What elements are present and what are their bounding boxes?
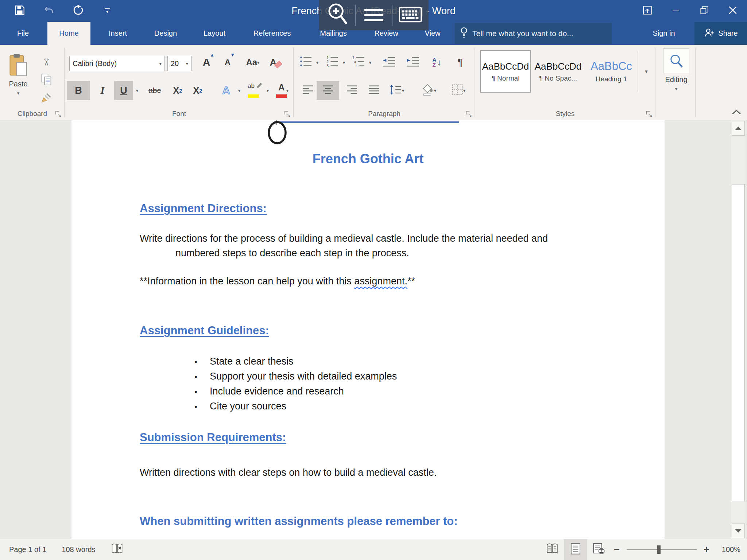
format-painter-button[interactable] [38, 91, 55, 106]
text-effects-button[interactable]: A [217, 81, 235, 100]
borders-button[interactable]: ▾ [447, 81, 470, 100]
multilevel-list-icon: 1ai [352, 56, 365, 69]
increase-indent-button[interactable] [403, 54, 422, 71]
tell-me-box[interactable]: Tell me what you want to do... [455, 23, 612, 44]
word-count[interactable]: 108 words [62, 545, 95, 554]
underline-button[interactable]: U [114, 81, 133, 100]
bullets-caret-button[interactable]: ▾ [314, 54, 321, 71]
font-size-combo[interactable]: 20 ▾ [167, 56, 191, 71]
zoom-slider-thumb[interactable] [657, 545, 661, 554]
shading-button[interactable]: ▾ [418, 81, 440, 100]
svg-text:3: 3 [326, 64, 329, 67]
sort-button[interactable]: A Z ↓ [427, 54, 446, 71]
multilevel-caret-button[interactable]: ▾ [367, 54, 374, 71]
bullets-button[interactable] [297, 54, 314, 71]
underline-caret-button[interactable]: ▾ [133, 81, 141, 100]
keyboard-button[interactable] [392, 0, 429, 30]
line-spacing-icon [390, 85, 402, 96]
tab-insert[interactable]: Insert [98, 22, 138, 45]
strikethrough-button[interactable]: abc [145, 81, 164, 100]
bullet-list-icon [299, 56, 312, 69]
svg-text:i: i [356, 64, 356, 67]
restore-button[interactable] [690, 0, 719, 22]
font-size-caret-icon[interactable]: ▾ [186, 61, 188, 66]
numbering-caret-button[interactable]: ▾ [341, 54, 347, 71]
align-left-button[interactable] [299, 81, 317, 100]
proofing-status-button[interactable] [111, 543, 123, 556]
tab-references[interactable]: References [244, 22, 300, 45]
cut-button[interactable]: ✂ [38, 54, 55, 70]
copy-button[interactable] [38, 73, 55, 88]
sign-in-button[interactable]: Sign in [642, 22, 686, 45]
justify-button[interactable] [365, 81, 383, 100]
collapse-ribbon-button[interactable] [732, 109, 741, 116]
share-button[interactable]: Share [694, 22, 747, 45]
menu-button[interactable] [356, 0, 392, 30]
bullet-icon: • [194, 402, 210, 412]
line-spacing-button[interactable]: ▾ [387, 81, 407, 100]
style-normal[interactable]: AaBbCcDd ¶ Normal [481, 51, 530, 92]
decrease-indent-icon [382, 56, 395, 69]
zoom-level[interactable]: 100% [713, 545, 744, 554]
document-page[interactable]: French Gothic Art Assignment Directions:… [71, 120, 665, 539]
paragraph-group-label: Paragraph [294, 110, 475, 118]
tab-file[interactable]: File [5, 22, 41, 45]
editing-button[interactable]: Editing ▾ [663, 48, 690, 92]
align-right-button[interactable] [343, 81, 361, 100]
paste-caret-icon[interactable]: ▾ [17, 90, 20, 96]
scroll-down-button[interactable] [732, 524, 745, 538]
scroll-up-button[interactable] [732, 121, 745, 136]
styles-dialog-launcher[interactable]: ↘ [646, 111, 652, 117]
web-layout-icon [593, 543, 605, 556]
zoom-in-button[interactable] [319, 0, 355, 30]
superscript-button[interactable]: X2 [189, 81, 207, 100]
font-name-combo[interactable]: Calibri (Body) ▾ [69, 56, 165, 71]
tab-design[interactable]: Design [145, 22, 186, 45]
font-dialog-launcher[interactable]: ↘ [285, 111, 290, 117]
styles-more-button[interactable]: ▾ [638, 51, 655, 92]
font-color-caret-button[interactable]: ▾ [283, 81, 291, 100]
highlight-button[interactable]: ab [245, 81, 264, 100]
zoom-out-button[interactable]: − [611, 544, 623, 555]
highlight-caret-button[interactable]: ▾ [264, 81, 272, 100]
bullet-icon: • [194, 372, 210, 382]
shrink-font-button[interactable]: A ▼ [218, 54, 237, 71]
show-hide-marks-button[interactable]: ¶ [452, 54, 469, 71]
ribbon: Paste ▾ ✂ Clipboard ↘ Calibri (Bod [0, 45, 747, 120]
print-layout-button[interactable] [564, 539, 587, 560]
paragraph-dialog-launcher[interactable]: ↘ [466, 111, 472, 117]
format-painter-icon [40, 92, 52, 105]
font-group: Calibri (Body) ▾ 20 ▾ A ▲ A ▼ Aa ▾ A [65, 45, 294, 120]
minimize-button[interactable] [662, 0, 690, 22]
clipboard-dialog-launcher[interactable]: ↘ [55, 111, 61, 117]
vertical-scrollbar[interactable] [731, 120, 746, 539]
heading-submission-requirements: Submission Requirements: [140, 431, 286, 444]
change-case-button[interactable]: Aa ▾ [241, 54, 265, 71]
decrease-indent-button[interactable] [379, 54, 398, 71]
multilevel-list-button[interactable]: 1ai [350, 54, 367, 71]
tab-home[interactable]: Home [47, 22, 90, 45]
bold-button[interactable]: B [67, 81, 90, 100]
style-no-spacing[interactable]: AaBbCcDd ¶ No Spac... [533, 51, 584, 92]
font-name-caret-icon[interactable]: ▾ [159, 61, 162, 66]
tab-layout[interactable]: Layout [192, 22, 237, 45]
numbering-button[interactable]: 123 [324, 54, 341, 71]
subscript-button[interactable]: X2 [169, 81, 187, 100]
align-center-button[interactable] [317, 81, 339, 100]
style-heading-1[interactable]: AaBbCc Heading 1 [586, 51, 637, 92]
scrollbar-thumb[interactable] [732, 184, 745, 501]
ribbon-display-options-button[interactable] [633, 0, 662, 22]
web-layout-button[interactable] [587, 539, 611, 560]
zoom-slider[interactable] [627, 549, 697, 550]
read-mode-button[interactable] [541, 539, 564, 560]
close-button[interactable] [719, 0, 747, 22]
page-indicator[interactable]: Page 1 of 1 [9, 545, 46, 554]
zoom-in-button[interactable]: + [700, 544, 713, 555]
paste-button[interactable]: Paste ▾ [4, 50, 32, 100]
clear-formatting-button[interactable]: A [266, 54, 286, 71]
italic-button[interactable]: I [94, 81, 111, 100]
text-effects-caret-button[interactable]: ▾ [235, 81, 243, 100]
sort-az-icon: A Z [433, 57, 437, 67]
grow-font-button[interactable]: A ▲ [197, 54, 216, 71]
justify-icon [368, 85, 379, 96]
